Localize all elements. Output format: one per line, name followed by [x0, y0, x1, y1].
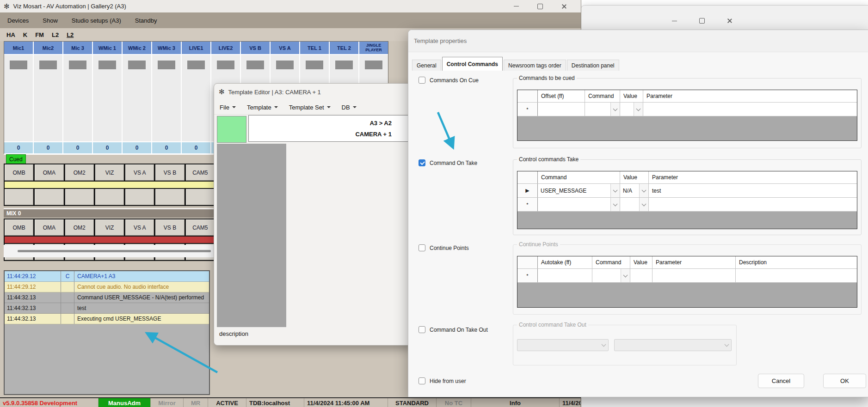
tab-l2[interactable]: L2 [52, 31, 59, 38]
maximize-button[interactable] [528, 0, 552, 12]
fader-handle[interactable] [69, 61, 86, 69]
tab-k[interactable]: K [23, 31, 27, 38]
offset-cell[interactable] [538, 103, 585, 116]
template-editor-titlebar[interactable]: ✻ Template Editor | A3: CAMERA + 1 [214, 84, 412, 100]
minimize-button[interactable] [666, 14, 682, 28]
chevron-down-icon[interactable] [634, 103, 643, 116]
ok-button[interactable]: OK [823, 374, 866, 388]
crosspoint-button[interactable]: VS A [125, 219, 154, 236]
command-dropdown[interactable] [538, 198, 620, 211]
description-cell[interactable] [736, 269, 857, 282]
blank-button[interactable] [65, 189, 94, 205]
crosspoint-button[interactable]: VIZ [95, 219, 124, 236]
tab-control-commands[interactable]: Control Commands [442, 57, 503, 71]
crosspoint-button[interactable]: VS A [125, 164, 154, 181]
fader-handle[interactable] [98, 61, 116, 69]
fader-handle[interactable] [217, 61, 234, 69]
menu-template-set[interactable]: Template Set [289, 104, 331, 111]
continue-points-checkbox[interactable] [419, 244, 425, 251]
table-row[interactable]: * [517, 198, 857, 212]
cancel-button[interactable]: Cancel [758, 374, 804, 388]
template-canvas[interactable] [217, 144, 286, 327]
menu-studio-setups[interactable]: Studio setups (A3) [72, 17, 121, 24]
parameter-cell[interactable]: test [649, 184, 857, 197]
log-row[interactable]: 11:44:32.13 Command USER_MESSAGE - N/A(t… [5, 292, 209, 303]
autotake-cell[interactable] [538, 269, 592, 282]
parameter-cell[interactable] [653, 269, 736, 282]
value-dropdown[interactable] [620, 103, 643, 116]
blank-button[interactable] [5, 189, 33, 205]
chevron-down-icon[interactable] [610, 184, 620, 197]
crosspoint-button[interactable]: VS B [155, 164, 184, 181]
menu-show[interactable]: Show [43, 17, 58, 24]
background-window-titlebar[interactable] [581, 6, 868, 31]
tab-fm[interactable]: FM [35, 31, 44, 38]
crosspoint-button[interactable]: OMB [5, 164, 33, 181]
command-on-take-checkbox[interactable] [419, 159, 425, 166]
close-button[interactable] [722, 14, 738, 28]
menu-db[interactable]: DB [342, 104, 357, 111]
main-titlebar[interactable]: ✻ Viz Mosart - AV Automation | Gallery2 … [0, 0, 581, 12]
blank-button[interactable] [125, 189, 154, 205]
parameter-cell[interactable] [643, 103, 857, 116]
tab-ha[interactable]: HA [6, 31, 15, 38]
minimize-button[interactable] [504, 0, 528, 12]
splitter-handle[interactable] [18, 250, 211, 252]
tab-newsroom-tags-order[interactable]: Newsroom tags order [504, 60, 566, 71]
crosspoint-button[interactable]: OM2 [65, 219, 94, 236]
fader-handle[interactable] [187, 61, 205, 69]
fader-handle[interactable] [365, 61, 382, 69]
log-row[interactable]: 11:44:32.13 test [5, 303, 209, 314]
menu-file[interactable]: File [220, 104, 236, 111]
command-dropdown[interactable] [592, 269, 630, 282]
hide-from-user-checkbox[interactable] [419, 377, 425, 384]
table-row[interactable]: ▶ USER_MESSAGE N/A test [517, 184, 857, 198]
template-color-swatch[interactable] [217, 116, 246, 143]
crosspoint-button[interactable]: CAM5 [186, 164, 215, 181]
fader-handle[interactable] [306, 61, 323, 69]
chevron-down-icon[interactable] [621, 269, 630, 282]
blank-button[interactable] [186, 189, 215, 205]
fader-handle[interactable] [246, 61, 264, 69]
crosspoint-button[interactable]: OMA [35, 164, 63, 181]
fader-handle[interactable] [39, 61, 57, 69]
crosspoint-button[interactable]: OMA [35, 219, 63, 236]
chevron-down-icon[interactable] [639, 198, 648, 211]
close-button[interactable] [552, 0, 576, 12]
chevron-down-icon[interactable] [610, 103, 620, 116]
log-row[interactable]: 11:44:29.12 Cannot cue audio. No audio i… [5, 282, 209, 292]
fader-handle[interactable] [10, 61, 27, 69]
log-row[interactable]: 11:44:29.12 C CAMERA+1 A3 [5, 271, 209, 282]
blank-button[interactable] [155, 189, 184, 205]
commands-on-cue-checkbox[interactable] [419, 77, 425, 84]
parameter-cell[interactable] [649, 198, 857, 211]
command-on-take-out-checkbox[interactable] [419, 326, 425, 333]
blank-button[interactable] [95, 189, 124, 205]
table-row[interactable]: * [517, 269, 857, 283]
maximize-button[interactable] [694, 14, 710, 28]
chevron-down-icon[interactable] [639, 184, 648, 197]
value-dropdown[interactable] [620, 198, 649, 211]
fader-handle[interactable] [158, 61, 175, 69]
menu-template[interactable]: Template [247, 104, 278, 111]
take-out-value-dropdown[interactable] [614, 339, 732, 351]
crosspoint-button[interactable]: VIZ [95, 164, 124, 181]
crosspoint-button[interactable]: CAM5 [186, 219, 215, 236]
blank-button[interactable] [35, 189, 63, 205]
value-dropdown[interactable]: N/A [620, 184, 649, 197]
tab-general[interactable]: General [412, 60, 441, 71]
menu-devices[interactable]: Devices [7, 17, 29, 24]
command-dropdown[interactable] [585, 103, 620, 116]
value-cell[interactable] [630, 269, 653, 282]
chevron-down-icon[interactable] [610, 198, 620, 211]
crosspoint-button[interactable]: OM2 [65, 164, 94, 181]
take-out-command-dropdown[interactable] [517, 339, 609, 351]
dialog-titlebar[interactable]: Template properties [408, 30, 868, 52]
crosspoint-button[interactable]: OMB [5, 219, 33, 236]
tab-destination-panel[interactable]: Destination panel [567, 60, 619, 71]
fader-handle[interactable] [335, 61, 353, 69]
crosspoint-button[interactable]: VS B [155, 219, 184, 236]
fader-handle[interactable] [128, 61, 146, 69]
log-row[interactable]: 11:44:32.13 Executing cmd USER_MESSAGE [5, 314, 209, 324]
menu-standby[interactable]: Standby [135, 17, 157, 24]
